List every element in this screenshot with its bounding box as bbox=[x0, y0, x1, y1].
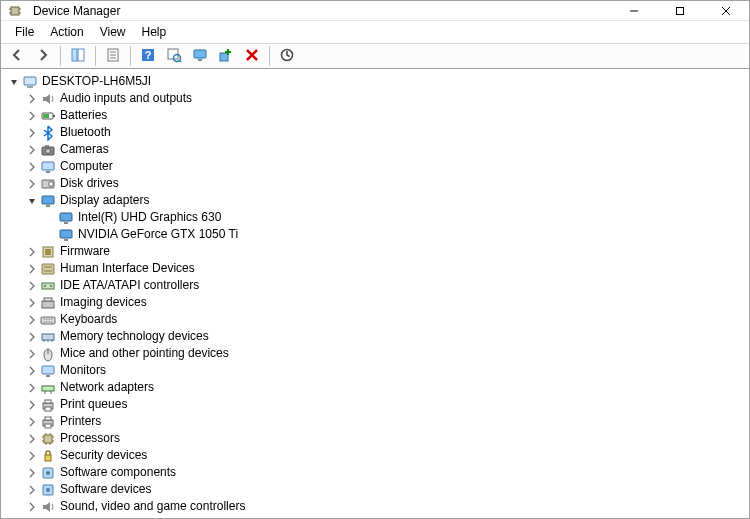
bluetooth-icon bbox=[40, 125, 56, 141]
battery-icon bbox=[40, 108, 56, 124]
category-node[interactable]: Computer bbox=[3, 158, 749, 175]
printer-icon bbox=[40, 414, 56, 430]
sound-icon bbox=[40, 499, 56, 515]
category-node[interactable]: Network adapters bbox=[3, 379, 749, 396]
category-node[interactable]: Imaging devices bbox=[3, 294, 749, 311]
category-node[interactable]: Firmware bbox=[3, 243, 749, 260]
category-node[interactable]: Display adapters bbox=[3, 192, 749, 209]
help-button[interactable] bbox=[136, 44, 160, 68]
properties-button[interactable] bbox=[101, 44, 125, 68]
expand-icon[interactable] bbox=[25, 160, 39, 174]
category-node[interactable]: Software components bbox=[3, 464, 749, 481]
monitor-icon bbox=[40, 363, 56, 379]
category-label: Security devices bbox=[60, 447, 147, 464]
expand-icon[interactable] bbox=[25, 398, 39, 412]
category-node[interactable]: Keyboards bbox=[3, 311, 749, 328]
expand-icon[interactable] bbox=[25, 245, 39, 259]
camera-icon bbox=[40, 142, 56, 158]
category-node[interactable]: Memory technology devices bbox=[3, 328, 749, 345]
titlebar: Device Manager bbox=[1, 1, 749, 21]
help-icon bbox=[140, 47, 156, 66]
device-manager-window: Device Manager File Action View Help bbox=[0, 0, 750, 519]
expand-icon[interactable] bbox=[25, 296, 39, 310]
menu-action[interactable]: Action bbox=[42, 23, 91, 41]
scan-hardware-button[interactable] bbox=[162, 44, 186, 68]
category-node[interactable]: Software devices bbox=[3, 481, 749, 498]
menu-file[interactable]: File bbox=[7, 23, 42, 41]
expand-icon[interactable] bbox=[25, 313, 39, 327]
category-node[interactable]: Disk drives bbox=[3, 175, 749, 192]
category-node[interactable]: Processors bbox=[3, 430, 749, 447]
console-tree-icon bbox=[70, 47, 86, 66]
category-label: Mice and other pointing devices bbox=[60, 345, 229, 362]
category-node[interactable]: Mice and other pointing devices bbox=[3, 345, 749, 362]
category-node[interactable]: Print queues bbox=[3, 396, 749, 413]
menu-help[interactable]: Help bbox=[134, 23, 175, 41]
expand-icon[interactable] bbox=[25, 279, 39, 293]
app-icon bbox=[7, 3, 23, 19]
toolbar bbox=[1, 43, 749, 69]
firmware-icon bbox=[40, 244, 56, 260]
expand-icon[interactable] bbox=[25, 330, 39, 344]
menubar: File Action View Help bbox=[1, 21, 749, 43]
memory-icon bbox=[40, 329, 56, 345]
expand-icon[interactable] bbox=[25, 432, 39, 446]
expand-icon[interactable] bbox=[25, 449, 39, 463]
expand-icon[interactable] bbox=[25, 415, 39, 429]
update-driver-button[interactable] bbox=[275, 44, 299, 68]
category-node[interactable]: Sound, video and game controllers bbox=[3, 498, 749, 515]
expand-icon[interactable] bbox=[25, 177, 39, 191]
scan-icon bbox=[166, 47, 182, 66]
update-driver-icon bbox=[279, 47, 295, 66]
uninstall-icon bbox=[244, 47, 260, 66]
forward-button[interactable] bbox=[31, 44, 55, 68]
show-hide-tree-button[interactable] bbox=[66, 44, 90, 68]
close-button[interactable] bbox=[703, 1, 749, 20]
collapse-icon[interactable] bbox=[25, 194, 39, 208]
expand-icon[interactable] bbox=[25, 126, 39, 140]
expand-icon[interactable] bbox=[25, 500, 39, 514]
expand-icon[interactable] bbox=[25, 483, 39, 497]
mouse-icon bbox=[40, 346, 56, 362]
menu-view[interactable]: View bbox=[92, 23, 134, 41]
maximize-button[interactable] bbox=[657, 1, 703, 20]
network-icon bbox=[40, 380, 56, 396]
add-hardware-button[interactable] bbox=[214, 44, 238, 68]
category-label: IDE ATA/ATAPI controllers bbox=[60, 277, 199, 294]
expand-icon[interactable] bbox=[25, 262, 39, 276]
category-node[interactable]: IDE ATA/ATAPI controllers bbox=[3, 277, 749, 294]
leaf-spacer bbox=[43, 228, 57, 242]
toolbar-separator bbox=[95, 46, 96, 66]
expand-icon[interactable] bbox=[25, 347, 39, 361]
expand-icon[interactable] bbox=[25, 364, 39, 378]
category-label: Disk drives bbox=[60, 175, 119, 192]
device-node[interactable]: Intel(R) UHD Graphics 630 bbox=[3, 209, 749, 226]
show-hidden-button[interactable] bbox=[188, 44, 212, 68]
back-button[interactable] bbox=[5, 44, 29, 68]
category-node[interactable]: Security devices bbox=[3, 447, 749, 464]
expand-icon[interactable] bbox=[25, 109, 39, 123]
expand-icon[interactable] bbox=[25, 143, 39, 157]
expand-icon[interactable] bbox=[25, 92, 39, 106]
back-arrow-icon bbox=[9, 47, 25, 66]
category-node[interactable]: Audio inputs and outputs bbox=[3, 90, 749, 107]
expand-icon[interactable] bbox=[25, 466, 39, 480]
expand-icon[interactable] bbox=[25, 381, 39, 395]
software-icon bbox=[40, 465, 56, 481]
category-node[interactable]: Cameras bbox=[3, 141, 749, 158]
uninstall-button[interactable] bbox=[240, 44, 264, 68]
category-node[interactable]: Batteries bbox=[3, 107, 749, 124]
minimize-button[interactable] bbox=[611, 1, 657, 20]
collapse-icon[interactable] bbox=[7, 75, 21, 89]
device-tree[interactable]: DESKTOP-LH6M5JI Audio inputs and outputs… bbox=[1, 70, 749, 518]
category-node[interactable]: Monitors bbox=[3, 362, 749, 379]
root-label: DESKTOP-LH6M5JI bbox=[42, 73, 151, 90]
category-label: Software devices bbox=[60, 481, 151, 498]
cpu-icon bbox=[40, 431, 56, 447]
category-node[interactable]: Human Interface Devices bbox=[3, 260, 749, 277]
category-node[interactable]: Printers bbox=[3, 413, 749, 430]
root-node[interactable]: DESKTOP-LH6M5JI bbox=[3, 73, 749, 90]
device-node[interactable]: NVIDIA GeForce GTX 1050 Ti bbox=[3, 226, 749, 243]
category-node[interactable]: Bluetooth bbox=[3, 124, 749, 141]
computer-icon bbox=[40, 159, 56, 175]
